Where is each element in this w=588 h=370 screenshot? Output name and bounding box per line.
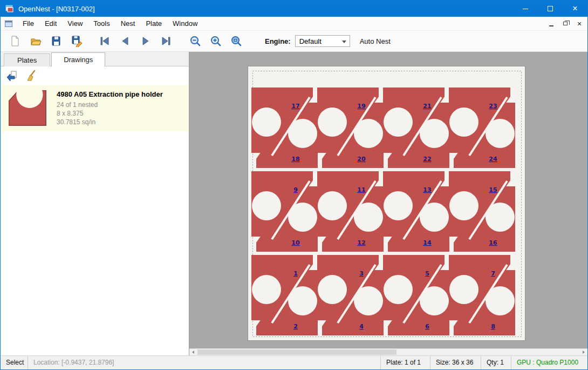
nest-pair[interactable]: 56 — [383, 255, 449, 335]
scroll-right-icon — [583, 351, 585, 354]
status-gpu: GPU : Quadro P1000 — [511, 356, 587, 369]
menu-plate[interactable]: Plate — [140, 17, 167, 30]
nest-pair[interactable]: 1516 — [449, 171, 515, 252]
part-number-label: 18 — [291, 156, 299, 163]
status-bar: Select Location: [-0.9437, 21.8796] Plat… — [1, 355, 587, 369]
pipe-cradle-hole — [420, 286, 449, 315]
menu-window[interactable]: Window — [167, 17, 203, 30]
nest-pair[interactable]: 34 — [317, 255, 384, 335]
canvas-area[interactable]: 171819202122232491011121314151612345678 — [189, 52, 587, 355]
mdi-minimize-button[interactable] — [546, 19, 556, 29]
import-button[interactable] — [4, 69, 20, 83]
zoom-fit-button[interactable] — [228, 33, 244, 49]
document-icon — [4, 19, 13, 28]
nav-last-icon — [160, 35, 172, 47]
pipe-cradle-hole — [486, 286, 515, 315]
pipe-cradle-hole — [449, 191, 478, 220]
scroll-right-button[interactable] — [580, 349, 587, 355]
pipe-cradle-hole — [384, 107, 413, 137]
part-number-label: 16 — [489, 239, 497, 246]
part-number-label: 21 — [423, 103, 431, 110]
maximize-button[interactable] — [538, 1, 563, 17]
tab-drawings[interactable]: Drawings — [51, 52, 105, 66]
drawing-nested-count: 24 of 1 nested — [57, 100, 163, 109]
menu-tools[interactable]: Tools — [88, 17, 115, 30]
status-mode: Select — [1, 356, 28, 369]
mdi-close-icon: × — [577, 20, 582, 28]
nest-pair[interactable]: 78 — [449, 255, 515, 335]
pipe-cradle-hole — [318, 275, 347, 304]
broom-icon — [25, 70, 37, 82]
part-number-label: 23 — [489, 103, 497, 110]
nav-next-button[interactable] — [138, 33, 154, 49]
part-number-label: 8 — [491, 323, 495, 330]
engine-select[interactable]: Default — [295, 35, 350, 47]
app-window: OpenNest - [N0317-002] × File Edit View … — [0, 0, 588, 370]
drawing-area: 30.7815 sq/in — [57, 118, 163, 126]
nest-drawing: 171819202122232491011121314151612345678 — [248, 66, 526, 341]
chevron-down-icon — [342, 41, 346, 43]
nest-pair[interactable]: 2324 — [449, 88, 515, 168]
save-as-button[interactable] — [69, 33, 85, 49]
scroll-left-button[interactable] — [189, 349, 197, 355]
mdi-close-button[interactable]: × — [575, 19, 584, 29]
nav-next-icon — [140, 35, 152, 47]
status-qty: Qty: 1 — [481, 356, 511, 369]
pipe-cradle-hole — [486, 203, 515, 232]
new-file-button[interactable] — [7, 33, 23, 49]
nest-pair[interactable]: 12 — [251, 255, 318, 335]
part-number-label: 12 — [357, 239, 365, 246]
menu-file[interactable]: File — [17, 17, 39, 30]
menu-edit[interactable]: Edit — [39, 17, 62, 30]
tab-plates[interactable]: Plates — [4, 53, 50, 66]
horizontal-scrollbar[interactable] — [189, 348, 587, 355]
part-number-label: 7 — [491, 270, 495, 277]
new-file-icon — [9, 35, 21, 47]
nest-pair[interactable]: 1112 — [317, 171, 384, 252]
drawing-list-item[interactable]: 4980 A05 Extraction pipe holder 24 of 1 … — [1, 85, 189, 131]
nav-first-button[interactable] — [97, 33, 113, 49]
zoom-fit-icon — [230, 35, 242, 47]
part-number-label: 13 — [423, 186, 431, 193]
scrollbar-track[interactable] — [197, 349, 580, 355]
menu-view[interactable]: View — [62, 17, 88, 30]
title-bar: OpenNest - [N0317-002] × — [1, 1, 587, 17]
close-icon: × — [572, 4, 577, 13]
nest-pair[interactable]: 1314 — [383, 171, 449, 252]
scrollbar-thumb[interactable] — [197, 349, 396, 355]
part-number-label: 1 — [293, 270, 298, 277]
minimize-button[interactable] — [513, 1, 538, 17]
pipe-cradle-hole — [449, 275, 478, 304]
pipe-cradle-hole — [384, 191, 413, 220]
mdi-restore-button[interactable] — [560, 19, 570, 29]
auto-nest-button[interactable]: Auto Nest — [360, 37, 391, 45]
nest-pair[interactable]: 1920 — [317, 88, 384, 168]
menu-bar: File Edit View Tools Nest Plate Window × — [1, 17, 587, 31]
pipe-cradle-hole — [420, 119, 449, 148]
part-number-label: 3 — [359, 270, 364, 277]
engine-value: Default — [299, 37, 322, 45]
close-button[interactable]: × — [563, 1, 587, 17]
nest-pair[interactable]: 2122 — [383, 88, 449, 168]
nest-pair[interactable]: 1718 — [251, 88, 318, 168]
scroll-left-icon — [192, 351, 194, 354]
drawing-title: 4980 A05 Extraction pipe holder — [57, 90, 163, 98]
pipe-cradle-hole — [384, 275, 413, 304]
pipe-cradle-hole — [486, 119, 515, 148]
zoom-in-icon — [210, 35, 222, 47]
pipe-cradle-hole — [318, 191, 347, 220]
nav-prev-button[interactable] — [117, 33, 133, 49]
save-button[interactable] — [48, 33, 64, 49]
nav-last-button[interactable] — [158, 33, 174, 49]
zoom-out-button[interactable] — [187, 33, 203, 49]
part-number-label: 15 — [489, 186, 497, 193]
part-number-label: 20 — [357, 156, 366, 163]
zoom-in-button[interactable] — [208, 33, 224, 49]
pipe-cradle-hole — [252, 107, 281, 137]
status-location: Location: [-0.9437, 21.8796] — [28, 356, 119, 369]
clean-button[interactable] — [23, 69, 39, 83]
nest-pair[interactable]: 910 — [251, 171, 318, 252]
open-file-button[interactable] — [28, 33, 44, 49]
open-folder-icon — [30, 35, 42, 47]
menu-nest[interactable]: Nest — [115, 17, 141, 30]
